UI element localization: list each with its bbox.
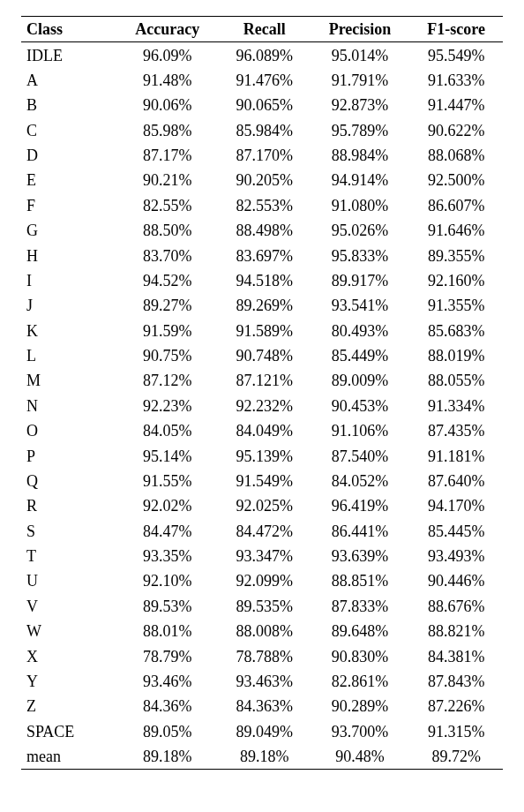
cell-accuracy: 93.35% xyxy=(116,544,219,568)
cell-class: S xyxy=(21,519,116,544)
table-row: R92.02%92.025%96.419%94.170% xyxy=(21,493,503,518)
table-row: F82.55%82.553%91.080%86.607% xyxy=(21,193,503,218)
cell-precision: 80.493% xyxy=(311,319,410,343)
cell-recall: 87.170% xyxy=(219,143,311,168)
cell-precision: 93.700% xyxy=(311,719,410,744)
cell-class: IDLE xyxy=(21,42,116,68)
cell-class: SPACE xyxy=(21,719,116,744)
cell-accuracy: 94.52% xyxy=(116,268,219,293)
cell-accuracy: 90.75% xyxy=(116,343,219,368)
cell-accuracy: 90.21% xyxy=(116,168,219,192)
cell-class: K xyxy=(21,319,116,343)
cell-recall: 84.363% xyxy=(219,694,311,718)
col-header-f1: F1-score xyxy=(409,17,503,42)
table-row: N92.23%92.232%90.453%91.334% xyxy=(21,394,503,418)
cell-accuracy: 92.02% xyxy=(116,493,219,518)
cell-recall: 90.065% xyxy=(219,93,311,117)
table-row: W88.01%88.008%89.648%88.821% xyxy=(21,619,503,643)
cell-accuracy: 84.47% xyxy=(116,519,219,544)
cell-f1: 88.676% xyxy=(409,594,503,619)
cell-precision: 91.080% xyxy=(311,193,410,218)
cell-recall: 84.049% xyxy=(219,418,311,443)
cell-accuracy: 82.55% xyxy=(116,193,219,218)
cell-precision: 89.917% xyxy=(311,268,410,293)
cell-precision: 84.052% xyxy=(311,469,410,493)
cell-f1: 92.500% xyxy=(409,168,503,192)
cell-class: O xyxy=(21,418,116,443)
col-header-accuracy: Accuracy xyxy=(116,17,219,42)
cell-f1: 93.493% xyxy=(409,544,503,568)
cell-precision: 91.791% xyxy=(311,68,410,93)
cell-precision: 94.914% xyxy=(311,168,410,192)
cell-f1: 90.446% xyxy=(409,568,503,593)
cell-class: P xyxy=(21,443,116,468)
cell-precision: 90.830% xyxy=(311,643,410,668)
cell-accuracy: 93.46% xyxy=(116,669,219,694)
cell-accuracy: 96.09% xyxy=(116,42,219,68)
cell-f1: 88.019% xyxy=(409,343,503,368)
cell-f1: 87.640% xyxy=(409,469,503,493)
metrics-table: Class Accuracy Recall Precision F1-score… xyxy=(21,16,503,770)
table-row: J89.27%89.269%93.541%91.355% xyxy=(21,293,503,318)
table-row: G88.50%88.498%95.026%91.646% xyxy=(21,218,503,243)
cell-class: W xyxy=(21,619,116,643)
cell-accuracy: 87.17% xyxy=(116,143,219,168)
table-row: H83.70%83.697%95.833%89.355% xyxy=(21,243,503,267)
cell-accuracy: 91.59% xyxy=(116,319,219,343)
cell-precision: 90.453% xyxy=(311,394,410,418)
cell-precision: 90.289% xyxy=(311,694,410,718)
cell-accuracy: 89.18% xyxy=(116,744,219,770)
cell-recall: 91.476% xyxy=(219,68,311,93)
cell-recall: 89.535% xyxy=(219,594,311,619)
table-row: M87.12%87.121%89.009%88.055% xyxy=(21,368,503,393)
table-row: B90.06%90.065%92.873%91.447% xyxy=(21,93,503,117)
cell-class: Z xyxy=(21,694,116,718)
cell-class: F xyxy=(21,193,116,218)
cell-recall: 89.18% xyxy=(219,744,311,770)
cell-class: Y xyxy=(21,669,116,694)
table-row: L90.75%90.748%85.449%88.019% xyxy=(21,343,503,368)
cell-f1: 91.633% xyxy=(409,68,503,93)
cell-class: Q xyxy=(21,469,116,493)
table-row: Q91.55%91.549%84.052%87.640% xyxy=(21,469,503,493)
cell-f1: 91.181% xyxy=(409,443,503,468)
cell-precision: 85.449% xyxy=(311,343,410,368)
cell-class: G xyxy=(21,218,116,243)
cell-class: T xyxy=(21,544,116,568)
cell-accuracy: 85.98% xyxy=(116,118,219,143)
cell-class: X xyxy=(21,643,116,668)
cell-recall: 90.205% xyxy=(219,168,311,192)
cell-f1: 86.607% xyxy=(409,193,503,218)
cell-class: C xyxy=(21,118,116,143)
cell-f1: 89.72% xyxy=(409,744,503,770)
cell-accuracy: 90.06% xyxy=(116,93,219,117)
cell-f1: 85.683% xyxy=(409,319,503,343)
cell-accuracy: 95.14% xyxy=(116,443,219,468)
cell-recall: 96.089% xyxy=(219,42,311,68)
cell-f1: 94.170% xyxy=(409,493,503,518)
table-header-row: Class Accuracy Recall Precision F1-score xyxy=(21,17,503,42)
cell-accuracy: 92.23% xyxy=(116,394,219,418)
cell-precision: 82.861% xyxy=(311,669,410,694)
cell-precision: 95.026% xyxy=(311,218,410,243)
table-row: X78.79%78.788%90.830%84.381% xyxy=(21,643,503,668)
cell-recall: 84.472% xyxy=(219,519,311,544)
cell-f1: 87.435% xyxy=(409,418,503,443)
cell-accuracy: 84.36% xyxy=(116,694,219,718)
cell-f1: 84.381% xyxy=(409,643,503,668)
cell-recall: 95.139% xyxy=(219,443,311,468)
cell-recall: 93.347% xyxy=(219,544,311,568)
cell-recall: 92.099% xyxy=(219,568,311,593)
cell-class: I xyxy=(21,268,116,293)
cell-f1: 91.646% xyxy=(409,218,503,243)
cell-precision: 88.851% xyxy=(311,568,410,593)
cell-recall: 87.121% xyxy=(219,368,311,393)
cell-recall: 91.589% xyxy=(219,319,311,343)
cell-precision: 92.873% xyxy=(311,93,410,117)
cell-f1: 88.068% xyxy=(409,143,503,168)
cell-accuracy: 89.05% xyxy=(116,719,219,744)
cell-precision: 88.984% xyxy=(311,143,410,168)
cell-precision: 96.419% xyxy=(311,493,410,518)
cell-precision: 87.540% xyxy=(311,443,410,468)
cell-accuracy: 87.12% xyxy=(116,368,219,393)
